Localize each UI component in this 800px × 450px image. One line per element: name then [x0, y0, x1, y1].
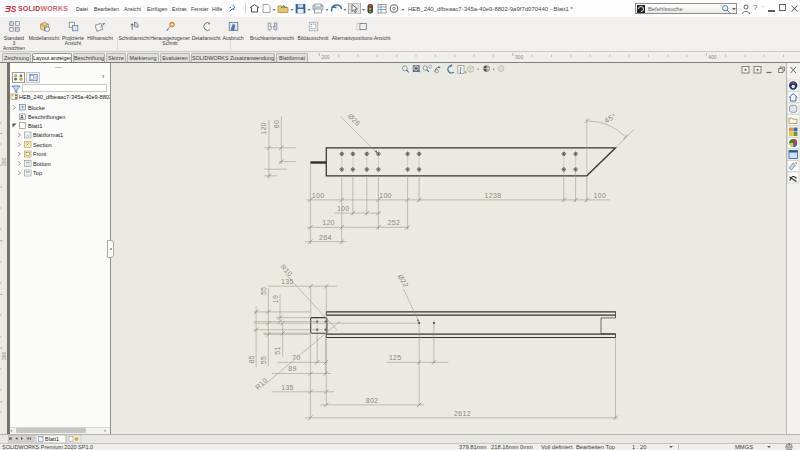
- svg-text:HEB_240_dfbeaac7-345a-40e9-880: HEB_240_dfbeaac7-345a-40e9-8802-9a9f: [19, 94, 110, 100]
- svg-text:300: 300: [1, 351, 7, 360]
- svg-text:200: 200: [321, 54, 330, 60]
- svg-text:Blocke: Blocke: [28, 104, 45, 110]
- svg-text:Section: Section: [33, 141, 52, 147]
- svg-text:Beschriftungen: Beschriftungen: [28, 114, 65, 120]
- svg-text:Top: Top: [33, 170, 42, 176]
- svg-text:200: 200: [1, 157, 7, 166]
- svg-text:Bottom: Bottom: [33, 160, 51, 166]
- svg-text:Blattformat1: Blattformat1: [33, 132, 63, 138]
- svg-text:400: 400: [708, 54, 717, 60]
- svg-text:Blatt1: Blatt1: [45, 436, 59, 442]
- svg-text:300: 300: [515, 54, 524, 60]
- svg-text:Blatt1: Blatt1: [28, 122, 42, 128]
- svg-text:Front: Front: [33, 151, 47, 157]
